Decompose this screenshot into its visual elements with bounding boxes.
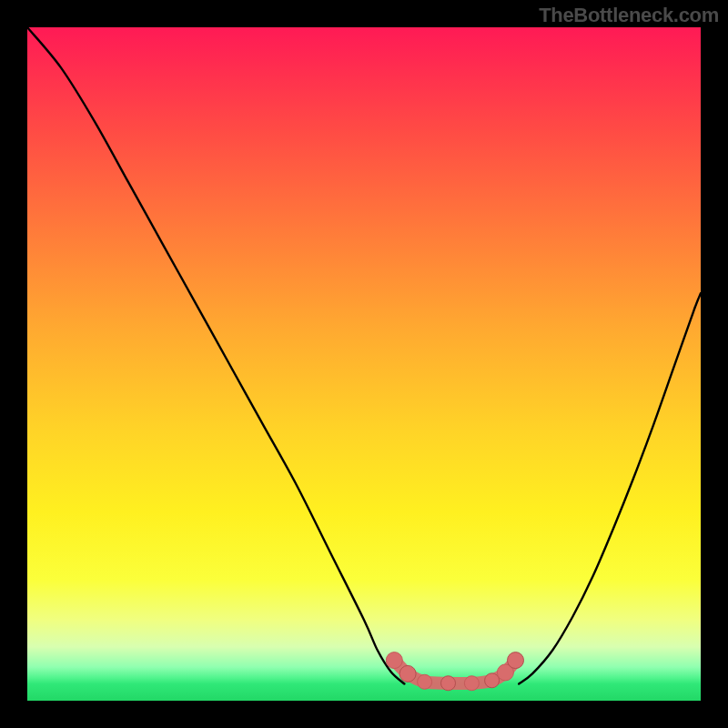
valley-marker [464, 676, 479, 691]
chart-stage: TheBottleneck.com [0, 0, 728, 728]
plot-background [27, 27, 701, 701]
valley-marker [485, 673, 500, 688]
valley-marker [399, 665, 416, 682]
valley-marker [508, 652, 524, 669]
bottleneck-chart [0, 0, 728, 728]
watermark-label: TheBottleneck.com [539, 4, 719, 27]
valley-marker [441, 676, 456, 691]
valley-marker [386, 652, 402, 669]
valley-marker [418, 674, 432, 689]
